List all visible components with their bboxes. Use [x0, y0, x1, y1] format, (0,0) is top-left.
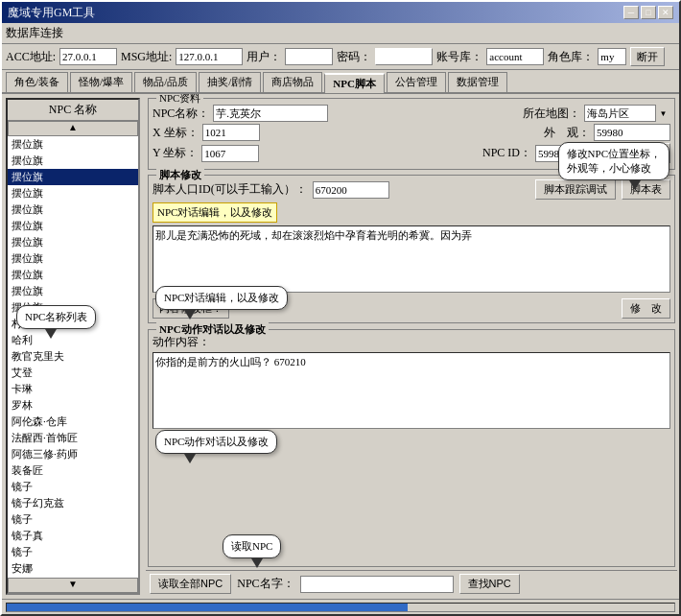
npc-info-group: NPC资料 NPC名称： 所在地图： ▼ X 坐标： — [148, 98, 675, 170]
list-item[interactable]: 镜子 — [8, 511, 138, 528]
dialog-edit-label: NPC对话编辑，以及修改 — [153, 202, 277, 223]
password-label: 密码： — [337, 49, 371, 65]
bottom-bar: 读取全部NPC NPC名字： 查找NPC — [146, 570, 677, 597]
tab-shop[interactable]: 商店物品 — [263, 72, 322, 92]
list-item[interactable]: 摆位旗 — [8, 250, 138, 267]
db-input[interactable] — [486, 48, 544, 65]
list-item[interactable]: 镜子真 — [8, 528, 138, 544]
list-item[interactable]: 哈利 — [8, 332, 138, 348]
role-label: 角色库： — [548, 49, 594, 65]
content-modify-button[interactable]: 修 改 — [622, 298, 670, 319]
list-item[interactable]: 摆位旗 — [8, 201, 138, 218]
list-item[interactable]: 摆位旗 — [8, 153, 138, 169]
npc-id-input[interactable] — [535, 145, 612, 162]
list-item[interactable]: 镜子 — [8, 479, 138, 495]
close-button[interactable]: ✕ — [658, 6, 673, 19]
npc-info-modify-button[interactable]: 修 改 — [622, 143, 670, 163]
x-label: X 坐标： — [153, 125, 199, 141]
maximize-button[interactable]: □ — [641, 6, 656, 19]
disconnect-button[interactable]: 断开 — [630, 47, 665, 66]
list-item[interactable]: 法醒西·首饰匠 — [8, 430, 138, 446]
scroll-up-icon: ▲ — [68, 122, 78, 132]
db-label: 账号库： — [436, 49, 482, 65]
list-item[interactable]: 阿伦森·仓库 — [8, 414, 138, 430]
list-item[interactable]: 罗林 — [8, 397, 138, 414]
role-input[interactable] — [598, 48, 626, 65]
action-textarea[interactable]: 你指的是前方的火山吗？ 670210 — [153, 352, 670, 429]
scroll-down-icon: ▼ — [68, 579, 78, 589]
list-item[interactable]: 摆位旗 — [8, 185, 138, 201]
tab-monster[interactable]: 怪物/爆率 — [70, 72, 132, 92]
dropdown-arrow-icon: ▼ — [660, 109, 668, 118]
npc-name-row: NPC名称： 所在地图： ▼ — [153, 105, 670, 122]
list-item[interactable]: 摆位旗 — [8, 218, 138, 234]
script-section-title: 脚本修改 — [156, 168, 204, 182]
list-item[interactable]: 教官克里夫 — [8, 348, 138, 365]
scroll-up-button[interactable]: ▲ — [8, 121, 138, 136]
msg-input[interactable] — [176, 48, 243, 65]
read-all-npc-button[interactable]: 读取全部NPC — [150, 574, 231, 594]
minimize-button[interactable]: ─ — [623, 6, 639, 19]
right-panel: NPC资料 NPC名称： 所在地图： ▼ X 坐标： — [144, 94, 679, 599]
tab-role-equip[interactable]: 角色/装备 — [6, 72, 68, 92]
user-input[interactable] — [285, 48, 333, 65]
script-table-button[interactable]: 脚本表 — [622, 179, 670, 200]
password-input[interactable] — [375, 48, 433, 65]
main-window: 魔域专用GM工具 ─ □ ✕ 数据库连接 ACC地址: MSG地址: 用户： 密… — [0, 0, 681, 616]
person-id-row: 脚本人口ID(可以手工输入）： 脚本跟踪调试 脚本表 — [153, 179, 670, 200]
content-modify-label: 内容修改框！ — [153, 298, 229, 319]
title-bar: 魔域专用GM工具 ─ □ ✕ — [2, 2, 679, 23]
list-item[interactable]: 摆位旗 — [8, 267, 138, 283]
npc-name-input[interactable] — [213, 105, 328, 122]
status-progress — [6, 603, 675, 612]
scroll-down-button[interactable]: ▼ — [8, 578, 138, 593]
npc-name-search-label: NPC名字： — [237, 576, 294, 592]
tab-announcement[interactable]: 公告管理 — [387, 72, 446, 92]
list-item[interactable]: 摆位旗 — [8, 299, 138, 316]
acc-input[interactable] — [59, 48, 117, 65]
map-dropdown-button[interactable]: ▼ — [655, 105, 670, 122]
list-item[interactable]: 摆位旗 — [8, 169, 138, 185]
appearance-input[interactable] — [594, 124, 670, 141]
list-item[interactable]: 艾登 — [8, 365, 138, 381]
npc-list-panel: NPC 名称 ▲ 摆位旗 摆位旗 摆位旗 摆位旗 摆位旗 摆位旗 摆位旗 摆位旗… — [6, 98, 140, 595]
npc-name-search-input[interactable] — [300, 576, 454, 593]
y-input[interactable] — [201, 145, 259, 162]
list-item[interactable]: 摆位旗 — [8, 283, 138, 299]
minimize-icon: ─ — [628, 8, 634, 17]
y-row: Y 坐标： NPC ID： 修 改 — [153, 143, 670, 163]
find-npc-button[interactable]: 查找NPC — [459, 574, 520, 594]
list-item[interactable]: 摆位旗 — [8, 234, 138, 250]
person-id-label: 脚本人口ID(可以手工输入）： — [153, 181, 307, 198]
list-item[interactable]: 摆位旗 — [8, 136, 138, 153]
list-item[interactable]: 村长 — [8, 316, 138, 332]
maximize-icon: □ — [646, 8, 650, 17]
dialog-textarea[interactable]: 那儿是充满恐怖的死域，却在滚滚烈焰中孕育着光明的希冀。因为弄 — [153, 225, 670, 293]
toolbar: ACC地址: MSG地址: 用户： 密码： 账号库： 角色库： 断开 — [2, 44, 679, 70]
tab-lottery[interactable]: 抽奖/剧情 — [199, 72, 261, 92]
user-label: 用户： — [247, 49, 281, 65]
msg-label: MSG地址: — [121, 49, 172, 65]
content-area: NPC 名称 ▲ 摆位旗 摆位旗 摆位旗 摆位旗 摆位旗 摆位旗 摆位旗 摆位旗… — [2, 94, 679, 599]
list-item[interactable]: 装备匠 — [8, 462, 138, 479]
npc-name-label: NPC名称： — [153, 106, 209, 122]
coords-row: X 坐标： 外 观： — [153, 124, 670, 141]
status-bar — [2, 599, 679, 614]
list-item[interactable]: 镜子 — [8, 544, 138, 560]
npc-list: 摆位旗 摆位旗 摆位旗 摆位旗 摆位旗 摆位旗 摆位旗 摆位旗 摆位旗 摆位旗 … — [8, 136, 138, 578]
person-id-input[interactable] — [313, 181, 389, 199]
tab-data-mgmt[interactable]: 数据管理 — [448, 72, 507, 92]
tab-item[interactable]: 物品/品质 — [134, 72, 197, 92]
list-item[interactable]: 阿德三修·药师 — [8, 446, 138, 462]
list-item[interactable]: 镜子幻克兹 — [8, 495, 138, 511]
tabs: 角色/装备 怪物/爆率 物品/品质 抽奖/剧情 商店物品 NPC脚本 公告管理 … — [2, 70, 679, 94]
script-section: 脚本修改 脚本人口ID(可以手工输入）： 脚本跟踪调试 脚本表 NPC对话编辑，… — [148, 175, 675, 323]
list-item[interactable]: 卡琳 — [8, 381, 138, 397]
menu-item-db[interactable]: 数据库连接 — [6, 25, 63, 41]
acc-label: ACC地址: — [6, 49, 56, 65]
tab-npc-script[interactable]: NPC脚本 — [324, 73, 385, 93]
x-input[interactable] — [202, 124, 260, 141]
npc-id-label: NPC ID： — [482, 145, 531, 161]
debug-button[interactable]: 脚本跟踪调试 — [535, 179, 616, 200]
list-item[interactable]: 安娜 — [8, 560, 138, 577]
